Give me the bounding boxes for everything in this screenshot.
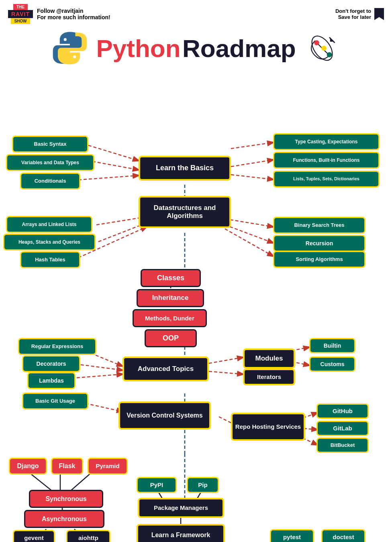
iterators-node: Iterators (243, 369, 295, 385)
learn-basics-node: Learn the Basics (139, 156, 231, 181)
flask-node: Flask (51, 458, 83, 475)
logo-show: SHOW (11, 18, 30, 24)
inheritance-node: Inheritance (137, 289, 204, 307)
version-control-node: Version Control Systems (118, 401, 211, 430)
doctest-node: doctest (321, 529, 365, 542)
svg-line-37 (28, 472, 52, 491)
functions-node: Functions, Built-in Functions (273, 152, 380, 169)
svg-point-4 (321, 46, 327, 51)
methods-dunder-node: Methods, Dunder (133, 309, 207, 327)
svg-point-0 (64, 38, 67, 41)
pyramid-node: Pyramid (88, 458, 128, 475)
svg-line-11 (231, 175, 273, 179)
svg-line-39 (70, 472, 92, 491)
svg-line-8 (78, 175, 139, 180)
svg-line-9 (231, 143, 273, 149)
arrays-node: Arrays and Linked Lists (6, 216, 92, 233)
basic-syntax-node: Basic Syntax (12, 136, 88, 153)
lambdas-node: Lambdas (27, 372, 76, 389)
hash-tables-node: Hash Tables (20, 251, 80, 268)
modules-node: Modules (243, 348, 295, 369)
python-logo (52, 30, 88, 66)
gitlab-node: GitLab (316, 421, 369, 436)
gevent-node: gevent (13, 530, 55, 542)
header: THE RAVIT SHOW Follow @ravitjain For mor… (0, 0, 392, 26)
oop-node: OOP (145, 329, 197, 347)
synchronous-node: Synchronous (29, 490, 103, 508)
learn-framework-node: Learn a Framework (137, 524, 225, 542)
svg-point-1 (74, 55, 76, 58)
customs-node: Customs (309, 357, 355, 372)
recursion-node: Recursion (273, 235, 365, 252)
pypi-node: PyPI (137, 477, 177, 493)
logo-area: THE RAVIT SHOW Follow @ravitjain For mor… (8, 4, 110, 24)
pytest-node: pytest (270, 529, 314, 542)
save-area: Don't forget toSave for later (335, 8, 384, 20)
pip-node: Pip (187, 477, 219, 493)
logo-ravit: RAVIT (8, 10, 33, 18)
svg-line-17 (225, 225, 273, 243)
svg-line-18 (225, 229, 273, 256)
asynchronous-node: Asynchronous (24, 510, 104, 528)
heaps-node: Heaps, Stacks and Queries (3, 234, 96, 251)
lists-tuples-node: Lists, Tuples, Sets, Dictionaries (273, 171, 380, 187)
classes-node: Classes (141, 269, 201, 287)
svg-point-5 (327, 52, 332, 57)
bookmark-icon (374, 8, 384, 20)
title-roadmap: Roadmap (182, 35, 296, 62)
advanced-topics-node: Advanced Topics (122, 357, 209, 381)
svg-line-7 (92, 161, 139, 170)
django-node: Django (9, 458, 47, 475)
svg-line-16 (225, 219, 273, 227)
sorting-node: Sorting Algorithms (273, 251, 365, 268)
logo-the: THE (13, 4, 28, 10)
svg-line-6 (88, 145, 139, 161)
binary-search-node: Binary Search Trees (273, 217, 365, 234)
builtin-node: Builtin (309, 338, 355, 353)
conditionals-node: Conditionals (20, 173, 80, 189)
regular-expr-node: Regular Expressions (18, 338, 96, 355)
svg-line-10 (231, 160, 273, 167)
decorators-node: Decorators (22, 355, 80, 372)
title-python: Python (96, 35, 180, 62)
svg-point-3 (314, 40, 319, 45)
repo-hosting-node: Repo Hosting Services (231, 413, 305, 441)
diagram: Learn the Basics Basic Syntax Variables … (0, 68, 392, 530)
aiohttp-node: aiohttp (66, 530, 110, 542)
follow-text: Follow @ravitjain For more such informat… (37, 8, 110, 20)
roadmap-icon (304, 30, 340, 66)
svg-line-28 (209, 371, 243, 374)
bitbucket-node: BitBucket (316, 438, 369, 453)
svg-line-27 (209, 357, 243, 363)
basic-git-node: Basic Git Usage (22, 393, 88, 410)
title-area: Python Roadmap (0, 26, 392, 68)
save-text: Don't forget toSave for later (335, 8, 371, 20)
package-managers-node: Package Managers (138, 498, 224, 518)
ds-algorithms-node: Datastructures and Algorithms (139, 196, 231, 228)
type-casting-node: Type Casting, Expectations (273, 133, 380, 150)
github-node: GitHub (316, 403, 369, 419)
main-title: Python Roadmap (96, 34, 296, 63)
variables-node: Variables and Data Types (6, 154, 94, 171)
